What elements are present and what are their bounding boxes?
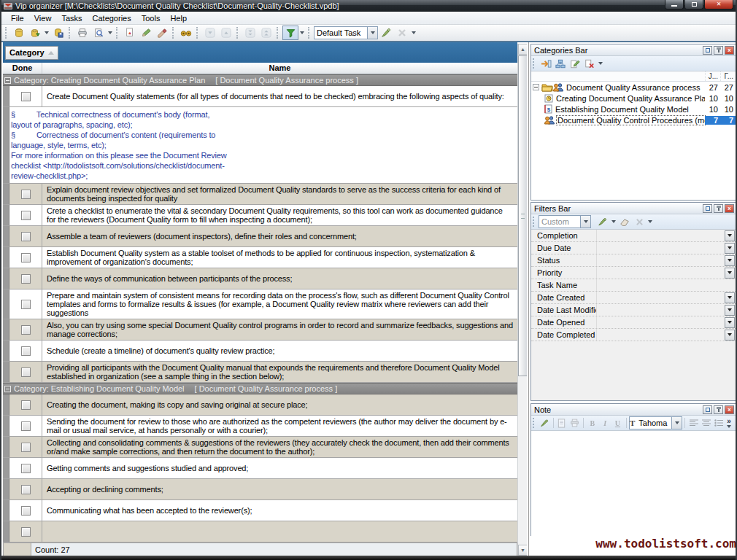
task-row[interactable]: Explain document review objectives and s… — [3, 184, 517, 205]
filters-pin-button[interactable] — [714, 204, 723, 213]
categories-col2-header[interactable]: Г... — [720, 71, 736, 81]
grid-vertical-scrollbar[interactable]: ▲ ▼ — [517, 44, 527, 556]
tree-collapse-icon[interactable] — [533, 84, 539, 90]
filter-field-value[interactable] — [597, 267, 725, 279]
new-database-button[interactable] — [11, 26, 27, 40]
filter-dropdown-button[interactable] — [725, 317, 735, 328]
note-content[interactable] — [531, 431, 736, 538]
filters-close-button[interactable]: x — [725, 204, 734, 213]
move-down-button[interactable] — [202, 26, 218, 40]
filter-dropdown-button[interactable] — [725, 292, 735, 303]
menu-item-tools[interactable]: Tools — [136, 12, 166, 24]
scroll-up-button[interactable]: ▲ — [518, 44, 527, 55]
new-task-button[interactable]: * — [122, 26, 138, 40]
filter-dropdown-caret[interactable] — [300, 31, 304, 34]
underline-button[interactable]: U — [611, 416, 624, 429]
filters-toolbar-caret[interactable] — [648, 220, 652, 223]
filter-button[interactable] — [282, 26, 298, 40]
note-close-button[interactable]: x — [725, 405, 734, 414]
task-row[interactable]: Prepare and maintain system of consisten… — [3, 289, 517, 319]
category-tree-label[interactable]: Document Quality Assurance process — [566, 83, 705, 92]
toolbar-overflow-caret[interactable] — [412, 31, 416, 34]
filter-field-value[interactable] — [597, 292, 725, 303]
move-up-button[interactable] — [218, 26, 234, 40]
menu-item-categories[interactable]: Categories — [88, 12, 136, 24]
task-checkbox[interactable] — [21, 485, 31, 494]
new-subcategory-button[interactable] — [553, 57, 568, 70]
collapse-icon[interactable] — [4, 386, 11, 392]
task-checkbox[interactable] — [21, 421, 31, 431]
menu-item-view[interactable]: View — [29, 12, 57, 24]
remove-filter-button[interactable] — [632, 215, 647, 228]
task-checkbox[interactable] — [21, 527, 31, 537]
task-checkbox[interactable] — [21, 464, 31, 473]
task-row[interactable]: Collecting and consolidating comments & … — [3, 437, 517, 458]
sort-category-button[interactable]: Category — [5, 46, 58, 60]
task-row[interactable]: Schedule (create a timeline) of document… — [3, 341, 517, 362]
apply-filter-button[interactable] — [595, 215, 610, 228]
print-dropdown-caret[interactable] — [108, 31, 112, 34]
bullet-list-button[interactable] — [713, 416, 725, 429]
open-database-button[interactable] — [27, 26, 43, 40]
task-row[interactable]: Accepting or declining comments; — [3, 479, 517, 500]
note-toolbar-overflow[interactable]: » — [725, 419, 734, 428]
task-row[interactable]: Sending the document for review to those… — [3, 416, 517, 437]
filter-preset-combo[interactable]: Custom — [539, 215, 591, 228]
filter-dropdown-button[interactable] — [725, 305, 735, 316]
delete-category-button[interactable] — [582, 57, 597, 70]
task-row[interactable]: Create Document Quality statements (for … — [3, 86, 517, 107]
categories-close-button[interactable]: x — [725, 46, 734, 55]
task-checkbox[interactable] — [21, 443, 31, 452]
align-left-button[interactable] — [687, 416, 700, 429]
maximize-button[interactable] — [684, 0, 703, 9]
scrollbar-thumb[interactable] — [518, 55, 527, 376]
task-row[interactable]: Creating the document, making its copy a… — [3, 394, 517, 416]
note-float-button[interactable] — [703, 405, 712, 414]
categories-col1-header[interactable]: J... — [705, 71, 720, 81]
print-button[interactable] — [74, 26, 90, 40]
apply-task-type-button[interactable] — [378, 26, 394, 40]
task-checkbox[interactable] — [21, 300, 31, 309]
apply-filter-caret[interactable] — [611, 220, 616, 223]
category-tree-label[interactable]: Document Quality Control Procedures (met… — [557, 116, 705, 125]
task-row[interactable]: Providing all participants with the Docu… — [3, 362, 517, 383]
task-checkbox[interactable] — [21, 232, 31, 241]
task-checkbox[interactable] — [21, 346, 31, 356]
minimize-button[interactable] — [665, 0, 684, 9]
category-group-row[interactable]: Category: Establishing Document Quality … — [3, 383, 517, 394]
clear-task-type-button[interactable] — [394, 26, 410, 40]
task-row[interactable]: Establish Document Quality system as a s… — [3, 247, 517, 268]
task-checkbox[interactable] — [21, 368, 31, 377]
menu-item-file[interactable]: File — [6, 12, 29, 24]
filter-preset-combo-button[interactable] — [580, 216, 590, 228]
close-button[interactable]: ✕ — [704, 0, 733, 9]
task-checkbox[interactable] — [21, 211, 31, 220]
categories-float-button[interactable] — [703, 46, 712, 55]
task-checkbox[interactable] — [21, 190, 31, 199]
task-row[interactable]: Getting comments and suggestions studied… — [3, 458, 517, 479]
task-checkbox[interactable] — [21, 92, 31, 101]
move-top-button[interactable] — [258, 26, 274, 40]
filter-dropdown-button[interactable] — [725, 268, 735, 279]
edit-category-button[interactable] — [568, 57, 582, 70]
move-bottom-button[interactable] — [242, 26, 258, 40]
categories-toolbar-caret[interactable] — [598, 62, 603, 65]
task-checkbox[interactable] — [21, 325, 31, 335]
filter-dropdown-button[interactable] — [725, 243, 735, 254]
filter-dropdown-button[interactable] — [725, 255, 735, 266]
task-row[interactable]: Assemble a team of reviewers (document i… — [3, 226, 517, 247]
view-task-button[interactable] — [178, 26, 194, 40]
category-tree-item[interactable]: Creating Document Quality Assurance Plan… — [531, 93, 736, 104]
scroll-down-button[interactable]: ▼ — [518, 545, 527, 556]
filter-field-value[interactable] — [597, 279, 736, 291]
filter-dropdown-button[interactable] — [725, 330, 735, 341]
task-type-combo-button[interactable] — [367, 27, 377, 39]
task-row[interactable]: Define the ways of communication between… — [3, 268, 517, 289]
column-header-name[interactable]: Name — [42, 63, 517, 74]
task-type-combo[interactable]: Default Task — [314, 26, 378, 39]
font-combo[interactable]: T Tahoma — [629, 416, 682, 429]
task-checkbox[interactable] — [21, 506, 31, 516]
task-row[interactable]: Communicating what has been accepted to … — [3, 500, 517, 521]
bold-button[interactable]: B — [586, 416, 598, 429]
title-bar[interactable]: Vip organizer [M:\Checklists\Document Qu… — [1, 0, 736, 12]
